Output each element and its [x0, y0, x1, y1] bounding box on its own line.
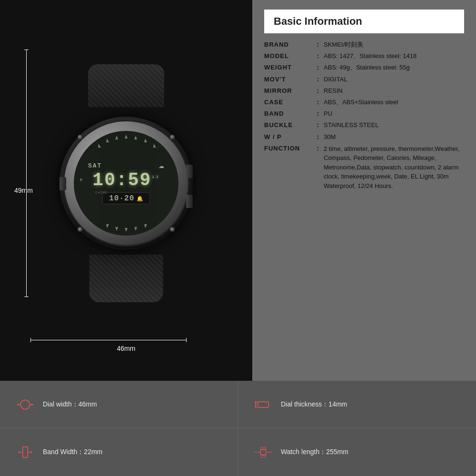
p-label: P: [80, 178, 82, 183]
spec-value-7: STAINLESS STEEL: [324, 121, 464, 129]
dial-width-icon: [14, 396, 36, 413]
spec-value-6: PU: [324, 109, 464, 118]
main-time-display: 10:59₁₂: [92, 171, 159, 189]
screw-top-right: [170, 135, 175, 139]
spec-sep-3: ：: [315, 75, 321, 84]
band-width-icon: [14, 444, 36, 461]
svg-marker-2: [144, 139, 147, 142]
strap-bottom: [89, 255, 163, 302]
lcd-top-row: SAT ☁: [86, 162, 167, 169]
spec-sep-6: ：: [315, 109, 321, 118]
spec-label-0: BRAND: [264, 40, 312, 49]
spec-row-2: WEIGHT：ABS: 49g、Stainless steel: 55g: [264, 63, 464, 72]
height-value: 49mm: [14, 187, 33, 194]
svg-marker-26: [18, 451, 20, 454]
spec-value-5: ABS、ABS+Stainless steel: [324, 98, 464, 107]
spec-value-9: 2 time, altimeter, pressure, thermometer…: [324, 144, 464, 191]
watch-length-icon: [252, 444, 274, 461]
horizontal-dimension-line: [30, 340, 187, 340]
svg-marker-4: [115, 136, 118, 139]
watch-container: SAT ☁ P 10:59₁₂: [40, 64, 212, 302]
svg-rect-23: [22, 447, 28, 458]
info-header: Basic Information: [264, 10, 464, 33]
spec-label-7: BUCKLE: [264, 121, 312, 129]
spec-cell-text-0: Dial width：46mm: [43, 400, 97, 409]
bottom-specs-bar: Dial width：46mm Dial thickness：14mm Band…: [0, 381, 476, 476]
width-value: 46mm: [117, 345, 136, 352]
svg-point-12: [20, 400, 30, 409]
secondary-display: 10·20 🔔: [102, 192, 150, 204]
svg-marker-3: [153, 144, 156, 148]
spec-cell-3: Watch length：255mm: [238, 428, 476, 476]
spec-row-1: MODEL：ABS: 1427、Stainless steel: 1418: [264, 52, 464, 60]
screw-top-left: [78, 135, 82, 139]
svg-marker-15: [17, 403, 19, 406]
time-row: P 10:59₁₂: [86, 171, 167, 189]
screw-bottom-left: [78, 227, 82, 232]
svg-rect-17: [258, 402, 268, 407]
vertical-dimension-line: [26, 50, 27, 297]
spec-value-0: SKMEI/时刻美: [324, 40, 464, 49]
spec-sep-8: ：: [315, 133, 321, 141]
spec-row-5: CASE：ABS、ABS+Stainless steel: [264, 98, 464, 107]
svg-marker-8: [134, 227, 137, 231]
height-label: 49mm: [14, 187, 33, 194]
side-button-right-bottom: [186, 195, 193, 208]
spec-sep-7: ：: [315, 121, 321, 129]
spec-row-4: MIRROR：RESIN: [264, 87, 464, 95]
strap-top: [88, 64, 164, 107]
basic-information-title: Basic Information: [274, 15, 455, 28]
am-indicator: ₁₂: [151, 174, 159, 179]
spec-value-2: ABS: 49g、Stainless steel: 55g: [324, 63, 464, 72]
spec-sep-4: ：: [315, 87, 321, 95]
main-area: 49mm 46mm: [0, 0, 476, 381]
spec-cell-text-3: Watch length：255mm: [281, 448, 348, 456]
watch-body: SAT ☁ P 10:59₁₂: [60, 117, 193, 250]
spec-cell-0: Dial width：46mm: [0, 381, 238, 428]
spec-sep-0: ：: [315, 40, 321, 49]
spec-sep-9: ：: [315, 144, 321, 153]
day-display: SAT: [88, 162, 102, 169]
info-side: Basic Information BRAND：SKMEI/时刻美MODEL：A…: [252, 0, 476, 381]
spec-label-5: CASE: [264, 98, 312, 107]
spec-cell-2: Band Width：22mm: [0, 428, 238, 476]
width-label: 46mm: [117, 345, 136, 352]
secondary-time-value: 10·20: [109, 194, 134, 203]
spec-cell-text-1: Dial thickness：14mm: [281, 400, 347, 409]
svg-marker-5: [106, 139, 109, 142]
watch-side: 49mm 46mm: [0, 0, 252, 381]
dial-thickness-icon: [252, 396, 274, 413]
spec-value-1: ABS: 1427、Stainless steel: 1418: [324, 52, 464, 60]
side-button-left: [60, 177, 66, 190]
watch-rim: SAT ☁ P 10:59₁₂: [64, 121, 188, 245]
spec-sep-2: ：: [315, 63, 321, 72]
svg-marker-27: [30, 451, 32, 454]
svg-marker-10: [115, 227, 118, 231]
spec-row-9: FUNCTION：2 time, altimeter, pressure, th…: [264, 144, 464, 191]
spec-sep-1: ：: [315, 52, 321, 60]
spec-label-4: MIRROR: [264, 87, 312, 95]
weather-icon: ☁: [159, 163, 164, 169]
spec-row-6: BAND：PU: [264, 109, 464, 118]
svg-marker-11: [106, 224, 109, 228]
svg-marker-0: [125, 135, 128, 139]
svg-marker-7: [125, 228, 128, 232]
spec-label-1: MODEL: [264, 52, 312, 60]
side-button-right-top: [186, 165, 193, 178]
spec-label-9: FUNCTION: [264, 144, 312, 153]
spec-value-8: 30M: [324, 133, 464, 141]
spec-sep-5: ：: [315, 98, 321, 107]
spec-row-8: W / P：30M: [264, 133, 464, 141]
svg-marker-1: [134, 136, 137, 139]
spec-label-6: BAND: [264, 109, 312, 118]
spec-cell-1: Dial thickness：14mm: [238, 381, 476, 428]
spec-row-3: MOV'T：DIGITAL: [264, 75, 464, 84]
spec-value-4: RESIN: [324, 87, 464, 95]
spec-label-8: W / P: [264, 133, 312, 141]
specs-table: BRAND：SKMEI/时刻美MODEL：ABS: 1427、Stainless…: [264, 40, 464, 371]
spec-row-7: BUCKLE：STAINLESS STEEL: [264, 121, 464, 129]
chime-label: CHIME: [95, 191, 108, 195]
spec-label-3: MOV'T: [264, 75, 312, 84]
spec-value-3: DIGITAL: [324, 75, 464, 84]
svg-marker-16: [31, 403, 33, 406]
